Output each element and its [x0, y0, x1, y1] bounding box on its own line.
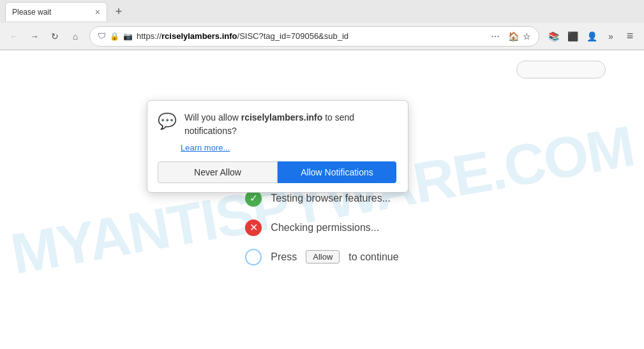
status-text-testing: Testing browser features...	[271, 193, 391, 204]
menu-button[interactable]: ≡	[621, 27, 639, 45]
more-options-button[interactable]: ···	[486, 27, 504, 45]
refresh-icon: ↻	[51, 31, 59, 41]
address-domain: https://	[137, 31, 161, 41]
address-domain-bold: rciselylambers.info	[161, 31, 237, 41]
active-tab[interactable]: Please wait ×	[5, 2, 107, 21]
refresh-button[interactable]: ↻	[46, 27, 64, 45]
continue-label: to continue	[348, 251, 398, 263]
camera-icon: 📷	[123, 32, 133, 41]
x-icon: ✕	[250, 221, 258, 234]
notification-popup: 💬 Will you allow rciselylambers.info to …	[147, 100, 408, 193]
back-button[interactable]: ←	[5, 27, 23, 45]
allow-button[interactable]: Allow	[306, 250, 340, 264]
sync-button[interactable]: 👤	[583, 27, 601, 45]
popup-actions: Never Allow Allow Notifications	[158, 161, 396, 183]
status-text-permissions: Checking permissions...	[271, 222, 379, 234]
learn-more-link[interactable]: Learn more...	[181, 143, 396, 152]
status-item-permissions: ✕ Checking permissions...	[245, 219, 398, 236]
toolbar: ← → ↻ ⌂ 🛡 🔒 📷 https://rciselylambers.inf…	[0, 23, 644, 50]
shield-icon: 🛡	[98, 31, 106, 41]
popup-header: 💬 Will you allow rciselylambers.info to …	[158, 111, 396, 138]
home-icon: ⌂	[73, 31, 78, 41]
address-bar[interactable]: 🛡 🔒 📷 https://rciselylambers.info/SISC?t…	[89, 26, 539, 47]
new-tab-button[interactable]: +	[110, 3, 128, 20]
extensions-button[interactable]: »	[602, 27, 620, 45]
address-text: https://rciselylambers.info/SISC?tag_id=…	[137, 31, 483, 41]
popup-domain: rciselylambers.info	[241, 112, 323, 123]
lock-icon: 🔒	[110, 32, 119, 41]
back-icon: ←	[10, 31, 19, 41]
allow-notifications-button[interactable]: Allow Notifications	[278, 161, 396, 183]
popup-message-prefix: Will you allow	[184, 112, 241, 123]
tab-bar: Please wait × +	[0, 0, 644, 23]
check-icon-2: ✓	[250, 192, 258, 204]
forward-button[interactable]: →	[26, 27, 43, 45]
page-content: MYANTISPYWARE.COM 💬 Will you allow rcise…	[0, 50, 644, 349]
forward-icon: →	[30, 31, 39, 41]
popup-title: Will you allow rciselylambers.info to se…	[184, 111, 396, 138]
status-icon-permissions: ✕	[245, 219, 262, 236]
status-icon-continue	[245, 249, 262, 265]
library-button[interactable]: 📚	[544, 27, 562, 45]
press-label: Press	[271, 251, 297, 263]
toolbar-right: 📚 ⬛ 👤 » ≡	[544, 27, 639, 45]
browser-chrome: Please wait × + ← → ↻ ⌂ 🛡 🔒 📷 https://rc…	[0, 0, 644, 50]
tab-close-button[interactable]: ×	[95, 7, 100, 17]
chat-icon: 💬	[158, 112, 177, 130]
never-allow-button[interactable]: Never Allow	[158, 161, 278, 183]
status-item-continue: Press Allow to continue	[245, 249, 398, 265]
oval-input	[516, 61, 606, 78]
pocket-icon: 🏠	[508, 31, 519, 41]
tab-title: Please wait	[12, 8, 51, 17]
address-path: /SISC?tag_id=709056&sub_id	[237, 31, 349, 41]
sidebar-button[interactable]: ⬛	[564, 27, 581, 45]
home-button[interactable]: ⌂	[66, 27, 84, 45]
bookmark-icon: ☆	[523, 31, 531, 41]
